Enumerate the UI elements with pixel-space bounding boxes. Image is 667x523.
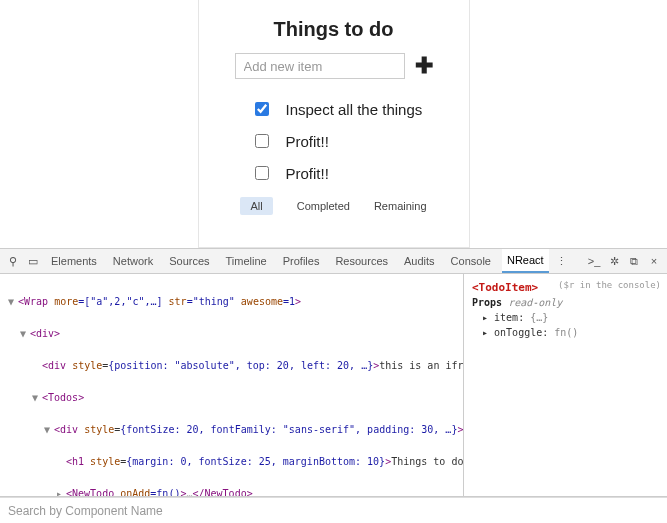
dock-icon[interactable]: ⧉ — [627, 255, 641, 268]
tab-console[interactable]: Console — [446, 249, 496, 273]
app-preview: Things to do ✚ Inspect all the things Pr… — [0, 0, 667, 248]
component-tree[interactable]: ▼<Wrap more=["a",2,"c",…] str="thing" aw… — [0, 274, 463, 496]
settings-icon[interactable]: ✲ — [607, 255, 621, 268]
todo-card: Things to do ✚ Inspect all the things Pr… — [198, 0, 470, 248]
todo-row: Profit!! — [223, 157, 445, 189]
device-icon[interactable]: ▭ — [26, 255, 40, 268]
search-icon[interactable]: ⚲ — [6, 255, 20, 268]
new-todo-input[interactable] — [235, 53, 405, 79]
props-header: Props — [472, 297, 502, 308]
console-hint: ($r in the console) — [558, 278, 661, 293]
tab-nreact[interactable]: NReact — [502, 249, 549, 273]
todo-label: Profit!! — [286, 165, 329, 182]
todo-label: Profit!! — [286, 133, 329, 150]
todo-checkbox[interactable] — [255, 134, 269, 148]
todo-label: Inspect all the things — [286, 101, 423, 118]
props-panel: ($r in the console) <TodoItem> Props rea… — [463, 274, 667, 496]
tab-sources[interactable]: Sources — [164, 249, 214, 273]
prop-row[interactable]: ▸ onToggle: fn() — [472, 325, 659, 340]
todo-row: Profit!! — [223, 125, 445, 157]
console-icon[interactable]: >_ — [587, 255, 601, 267]
tab-resources[interactable]: Resources — [330, 249, 393, 273]
filter-all[interactable]: All — [240, 197, 272, 215]
tab-profiles[interactable]: Profiles — [278, 249, 325, 273]
todo-row: Inspect all the things — [223, 93, 445, 125]
tab-network[interactable]: Network — [108, 249, 158, 273]
tab-elements[interactable]: Elements — [46, 249, 102, 273]
todo-checkbox[interactable] — [255, 102, 269, 116]
tab-audits[interactable]: Audits — [399, 249, 440, 273]
todo-checkbox[interactable] — [255, 166, 269, 180]
more-icon[interactable]: ⋮ — [555, 255, 569, 268]
devtools-tabbar: ⚲ ▭ Elements Network Sources Timeline Pr… — [0, 248, 667, 274]
add-icon[interactable]: ✚ — [415, 55, 433, 77]
component-search[interactable]: Search by Component Name — [0, 497, 667, 523]
app-title: Things to do — [223, 18, 445, 41]
filter-completed[interactable]: Completed — [297, 197, 350, 215]
prop-row[interactable]: ▸ item: {…} — [472, 310, 659, 325]
filter-remaining[interactable]: Remaining — [374, 197, 427, 215]
close-icon[interactable]: × — [647, 255, 661, 267]
tab-timeline[interactable]: Timeline — [221, 249, 272, 273]
